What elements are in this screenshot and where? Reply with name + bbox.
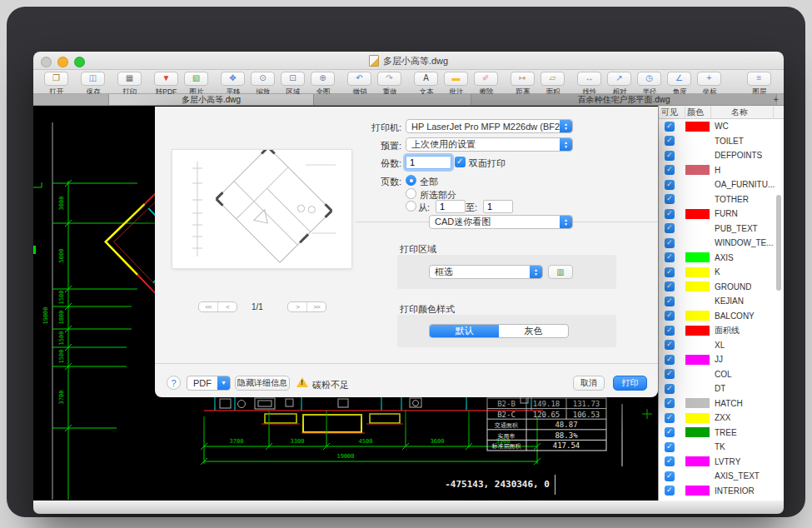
layer-visible-checkbox[interactable] xyxy=(665,311,675,321)
help-button[interactable]: ? xyxy=(167,376,181,390)
layer-color-swatch[interactable] xyxy=(685,180,710,190)
layer-visible-checkbox[interactable] xyxy=(665,194,675,204)
pdf-menu-button[interactable]: PDF ▼ xyxy=(187,376,231,391)
layer-color-swatch[interactable] xyxy=(685,252,710,262)
layer-visible-checkbox[interactable] xyxy=(665,122,675,132)
layer-color-swatch[interactable] xyxy=(685,340,710,350)
layer-row[interactable]: GROUND xyxy=(659,280,784,295)
duplex-checkbox[interactable] xyxy=(455,157,466,167)
layer-row[interactable]: COL xyxy=(659,367,784,382)
layer-row[interactable]: WC xyxy=(659,119,784,134)
printer-select[interactable]: HP LaserJet Pro MFP M226dw (BF2574) xyxy=(406,119,573,133)
layer-visible-checkbox[interactable] xyxy=(665,326,675,336)
pick-area-button[interactable]: ▥ xyxy=(548,265,573,279)
layer-row[interactable]: TOILET xyxy=(659,134,784,149)
layer-visible-checkbox[interactable] xyxy=(665,180,675,190)
layer-color-swatch[interactable] xyxy=(685,311,710,321)
print-button[interactable]: 打印 xyxy=(613,376,647,391)
layer-color-swatch[interactable] xyxy=(685,122,710,132)
layer-row[interactable]: AXIS_TEXT xyxy=(659,469,784,484)
layer-visible-checkbox[interactable] xyxy=(665,296,675,306)
layer-visible-checkbox[interactable] xyxy=(665,471,675,481)
pages-range-radio[interactable] xyxy=(406,201,416,212)
layer-color-swatch[interactable] xyxy=(685,151,710,161)
first-page-button[interactable]: << xyxy=(199,302,217,311)
layer-row[interactable]: BALCONY xyxy=(659,309,784,324)
layer-visible-checkbox[interactable] xyxy=(665,238,675,248)
layer-row[interactable]: 面积线 xyxy=(659,323,784,338)
layer-color-swatch[interactable] xyxy=(685,223,710,233)
preset-select[interactable]: 上次使用的设置 xyxy=(406,137,573,152)
layer-row[interactable]: HATCH xyxy=(659,396,784,411)
layer-row[interactable]: OA_FURNITU... xyxy=(659,177,784,192)
layer-color-swatch[interactable] xyxy=(685,136,710,146)
layer-visible-checkbox[interactable] xyxy=(665,398,675,408)
layer-color-swatch[interactable] xyxy=(685,384,710,394)
page-from-input[interactable] xyxy=(436,200,466,213)
layer-row[interactable]: TOTHER xyxy=(659,192,784,207)
app-options-select[interactable]: CAD迷你看图 xyxy=(429,215,573,229)
layers-scrollbar[interactable] xyxy=(776,195,781,291)
layer-visible-checkbox[interactable] xyxy=(665,442,675,452)
color-style-default[interactable]: 默认 xyxy=(430,325,499,337)
layer-color-swatch[interactable] xyxy=(685,413,710,423)
tab-inactive[interactable]: 百余种住宅户形平面.dwg xyxy=(471,94,777,105)
layer-visible-checkbox[interactable] xyxy=(665,486,675,496)
layer-visible-checkbox[interactable] xyxy=(665,427,675,437)
layer-visible-checkbox[interactable] xyxy=(665,456,675,466)
layer-row[interactable]: WINDOW_TE... xyxy=(659,236,784,251)
layer-row[interactable]: KEJIAN xyxy=(659,294,784,309)
layer-visible-checkbox[interactable] xyxy=(665,384,675,394)
page-to-input[interactable] xyxy=(483,200,513,213)
layer-row[interactable]: H xyxy=(659,163,784,178)
cancel-button[interactable]: 取消 xyxy=(573,376,605,391)
layer-row[interactable]: INTERIOR xyxy=(659,484,784,499)
layer-row[interactable]: LVTRY xyxy=(659,455,784,470)
layer-color-swatch[interactable] xyxy=(685,442,710,452)
layer-visible-checkbox[interactable] xyxy=(665,413,675,423)
layer-color-swatch[interactable] xyxy=(685,398,710,408)
layer-visible-checkbox[interactable] xyxy=(665,151,675,161)
layer-visible-checkbox[interactable] xyxy=(665,252,675,262)
layer-row[interactable]: DEFPOINTS xyxy=(659,148,784,163)
color-style-gray[interactable]: 灰色 xyxy=(499,325,568,337)
layer-row[interactable]: ZXX xyxy=(659,411,784,426)
prev-page-button[interactable]: < xyxy=(217,302,237,311)
layer-color-swatch[interactable] xyxy=(685,486,710,496)
layer-row[interactable]: K xyxy=(659,265,784,280)
layer-color-swatch[interactable] xyxy=(685,267,710,277)
layer-color-swatch[interactable] xyxy=(685,355,710,365)
layer-visible-checkbox[interactable] xyxy=(665,136,675,146)
tab-active[interactable]: 多层小高等.dwg xyxy=(108,94,314,105)
last-page-button[interactable]: >> xyxy=(306,302,326,311)
layer-visible-checkbox[interactable] xyxy=(665,355,675,365)
layer-row[interactable]: PUB_TEXT xyxy=(659,222,784,237)
layer-visible-checkbox[interactable] xyxy=(665,369,675,379)
layer-visible-checkbox[interactable] xyxy=(665,209,675,219)
layer-row[interactable]: TK xyxy=(659,440,784,455)
layer-visible-checkbox[interactable] xyxy=(665,267,675,277)
layer-color-swatch[interactable] xyxy=(685,326,710,336)
pages-all-radio[interactable] xyxy=(406,175,416,186)
print-area-select[interactable]: 框选 xyxy=(429,265,543,279)
tab-add-button[interactable]: + xyxy=(774,94,779,105)
next-page-button[interactable]: > xyxy=(288,302,306,311)
layer-color-swatch[interactable] xyxy=(685,238,710,248)
layer-color-swatch[interactable] xyxy=(685,456,710,466)
layer-row[interactable]: JJ xyxy=(659,352,784,367)
layer-color-swatch[interactable] xyxy=(685,471,710,481)
layer-color-swatch[interactable] xyxy=(685,194,710,204)
layer-visible-checkbox[interactable] xyxy=(665,340,675,350)
layer-color-swatch[interactable] xyxy=(685,281,710,291)
copies-input[interactable] xyxy=(406,156,451,169)
layer-color-swatch[interactable] xyxy=(685,369,710,379)
layer-row[interactable]: XL xyxy=(659,338,784,353)
layer-visible-checkbox[interactable] xyxy=(665,165,675,175)
hide-details-button[interactable]: 隐藏详细信息 xyxy=(235,376,290,391)
layer-visible-checkbox[interactable] xyxy=(665,223,675,233)
layer-row[interactable]: AXIS xyxy=(659,251,784,266)
pages-selection-radio[interactable] xyxy=(406,188,416,199)
layer-color-swatch[interactable] xyxy=(685,165,710,175)
layer-row[interactable]: DT xyxy=(659,381,784,396)
layer-visible-checkbox[interactable] xyxy=(665,281,675,291)
